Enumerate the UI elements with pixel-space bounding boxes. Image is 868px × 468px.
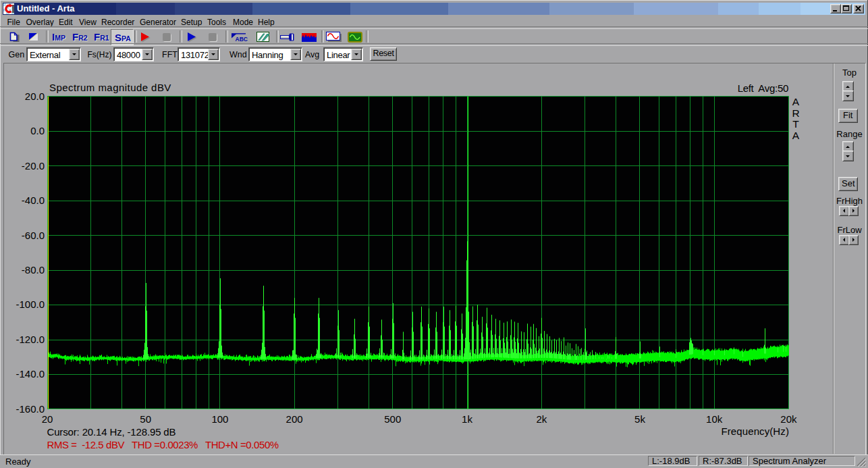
svg-text:ABC: ABC <box>236 36 248 43</box>
